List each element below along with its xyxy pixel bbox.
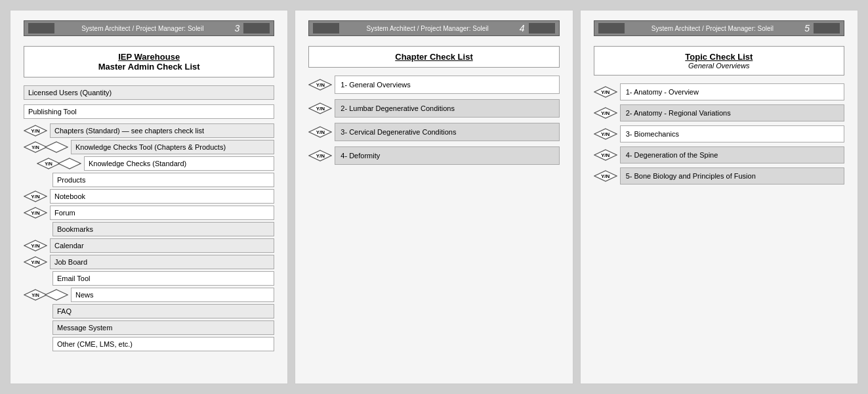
- message-system-row: Message System: [24, 320, 274, 335]
- page-3-header: System Architect / Project Manager: Sole…: [594, 20, 844, 36]
- products-label: Products: [52, 173, 274, 187]
- bookmarks-row: Bookmarks: [24, 222, 274, 236]
- chapters-label: Chapters (Standard) — see chapters check…: [50, 123, 274, 138]
- licensed-users-label: Licensed Users (Quantity): [24, 85, 274, 100]
- topic-4-row: Y/N 4- Degeneration of the Spine: [594, 146, 844, 164]
- t3-diamond-group: Y/N: [594, 128, 617, 140]
- other-label: Other (CME, LMS, etc.): [52, 337, 274, 351]
- news-diamond-group: Y/N: [24, 289, 68, 301]
- kc-standard-double-diamond: Y/N: [37, 158, 81, 169]
- p2-header-box-right: [529, 23, 555, 33]
- bookmarks-label: Bookmarks: [52, 222, 274, 236]
- products-row: Products: [24, 173, 274, 187]
- other-row: Other (CME, LMS, etc.): [24, 337, 274, 351]
- news-label: News: [71, 288, 274, 302]
- chapters-diamond-group: Y/N: [24, 125, 47, 137]
- topic-3-row: Y/N 3- Biomechanics: [594, 125, 844, 142]
- section-title-line1: IEP Warehouse: [27, 52, 271, 62]
- chapters-diamond[interactable]: Y/N: [24, 125, 47, 137]
- chapters-row: Y/N Chapters (Standard) — see chapters c…: [24, 123, 274, 138]
- job-board-diamond-group: Y/N: [24, 256, 47, 268]
- news-diamond2[interactable]: [45, 289, 68, 301]
- main-container: System Architect / Project Manager: Sole…: [7, 7, 861, 387]
- chapter-3-label: 3- Cervical Degenerative Conditions: [335, 123, 559, 141]
- topic-1-row: Y/N 1- Anatomy - Overview: [594, 83, 844, 100]
- ch1-diamond[interactable]: Y/N: [308, 79, 332, 91]
- ch2-diamond-group: Y/N: [308, 102, 332, 114]
- topic-3-label: 3- Biomechanics: [620, 125, 844, 142]
- job-board-diamond[interactable]: Y/N: [24, 256, 47, 268]
- forum-row: Y/N Forum: [24, 206, 274, 220]
- header-box-right: [243, 23, 270, 33]
- topic-1-label: 1- Anatomy - Overview: [620, 83, 844, 100]
- kc-standard-row: Y/N Knowledge Checks (Standard): [24, 156, 274, 171]
- chapter-3-row: Y/N 3- Cervical Degenerative Conditions: [308, 123, 559, 141]
- kc-std-diamond2[interactable]: [58, 158, 81, 169]
- t1-diamond-group: Y/N: [594, 86, 617, 98]
- message-system-label: Message System: [52, 320, 274, 335]
- ch3-diamond-group: Y/N: [308, 126, 332, 138]
- calendar-diamond-group: Y/N: [24, 240, 47, 252]
- chapter-4-label: 4- Deformity: [335, 146, 559, 165]
- notebook-row: Y/N Notebook: [24, 189, 274, 204]
- ch4-diamond-group: Y/N: [308, 150, 332, 162]
- news-diamond1[interactable]: Y/N: [24, 289, 47, 301]
- news-row: Y/N News: [24, 288, 274, 302]
- notebook-diamond[interactable]: Y/N: [24, 190, 47, 202]
- page-3: System Architect / Project Manager: Sole…: [580, 10, 858, 384]
- page-3-section-title: Topic Check List General Overviews: [594, 46, 844, 76]
- ch4-diamond[interactable]: Y/N: [308, 150, 332, 162]
- svg-marker-2: [45, 142, 68, 152]
- p3-header-title: System Architect / Project Manager: Sole…: [625, 25, 801, 32]
- chapter-4-row: Y/N 4- Deformity: [308, 146, 559, 165]
- p3-header-box-right: [814, 23, 840, 33]
- kc-tool-double-diamond: Y/N: [24, 141, 68, 153]
- knowledge-checks-tool-row: Y/N Knowledge Checks Tool (Chapters & Pr…: [24, 140, 274, 154]
- topic-checklist-title: Topic Check List: [685, 52, 753, 62]
- faq-label: FAQ: [52, 304, 274, 318]
- ch3-diamond[interactable]: Y/N: [308, 126, 332, 138]
- p3-page-number: 5: [804, 23, 810, 33]
- page-2: System Architect / Project Manager: Sole…: [295, 10, 573, 384]
- topic-4-label: 4- Degeneration of the Spine: [620, 146, 844, 164]
- t5-diamond[interactable]: Y/N: [594, 170, 617, 182]
- p2-page-number: 4: [520, 23, 525, 33]
- forum-diamond[interactable]: Y/N: [24, 207, 47, 219]
- page-1-header: System Architect / Project Manager: Sole…: [24, 20, 274, 36]
- t5-diamond-group: Y/N: [594, 170, 617, 182]
- svg-marker-4: [58, 158, 81, 169]
- topic-checklist-subtitle: General Overviews: [597, 62, 841, 70]
- page-1: System Architect / Project Manager: Sole…: [10, 10, 288, 384]
- job-board-label: Job Board: [50, 255, 274, 269]
- notebook-diamond-group: Y/N: [24, 190, 47, 202]
- kc-std-diamond1[interactable]: Y/N: [37, 158, 60, 169]
- chapter-checklist-title: Chapter Check List: [395, 52, 472, 62]
- chapter-1-row: Y/N 1- General Overviews: [308, 76, 559, 94]
- page-2-header: System Architect / Project Manager: Sole…: [308, 20, 559, 36]
- page-number-1: 3: [235, 23, 240, 33]
- kc-tool-diamond1[interactable]: Y/N: [24, 141, 47, 153]
- faq-row: FAQ: [24, 304, 274, 318]
- kc-standard-diamond-group: Y/N: [37, 158, 81, 169]
- job-board-row: Y/N Job Board: [24, 255, 274, 269]
- publishing-tool-label: Publishing Tool: [24, 104, 274, 119]
- kc-tool-diamond2[interactable]: [45, 141, 68, 153]
- t3-diamond[interactable]: Y/N: [594, 128, 617, 140]
- p2-header-title: System Architect / Project Manager: Sole…: [339, 25, 516, 32]
- licensed-users-row: Licensed Users (Quantity): [24, 85, 274, 100]
- news-double-diamond: Y/N: [24, 289, 68, 301]
- p3-header-box-left: [598, 23, 625, 33]
- chapter-2-label: 2- Lumbar Degenerative Conditions: [335, 99, 559, 118]
- t1-diamond[interactable]: Y/N: [594, 86, 617, 98]
- forum-label: Forum: [50, 206, 274, 220]
- t2-diamond[interactable]: Y/N: [594, 107, 617, 119]
- t4-diamond[interactable]: Y/N: [594, 149, 617, 161]
- p2-header-box-left: [313, 23, 339, 33]
- ch2-diamond[interactable]: Y/N: [308, 102, 332, 114]
- email-tool-row: Email Tool: [24, 271, 274, 286]
- header-title-1: System Architect / Project Manager: Sole…: [54, 25, 231, 32]
- topic-2-row: Y/N 2- Anatomy - Regional Variations: [594, 104, 844, 121]
- calendar-diamond[interactable]: Y/N: [24, 240, 47, 252]
- topic-2-label: 2- Anatomy - Regional Variations: [620, 104, 844, 121]
- chapter-2-row: Y/N 2- Lumbar Degenerative Conditions: [308, 99, 559, 118]
